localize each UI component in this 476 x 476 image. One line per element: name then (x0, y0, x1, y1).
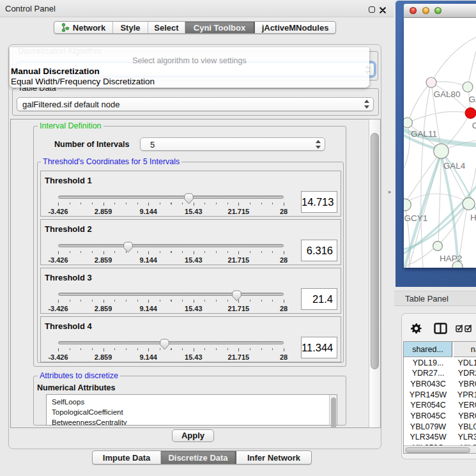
threshold-3-slider-track[interactable] (58, 293, 284, 296)
gear-icon[interactable] (411, 323, 422, 334)
threshold-2-value-field[interactable]: 6.316 (301, 240, 337, 261)
threshold-2-slider-thumb[interactable] (123, 242, 134, 253)
column-header-name[interactable]: name (454, 342, 476, 357)
list-item-topologicalcoefficient[interactable]: TopologicalCoefficient (47, 407, 337, 417)
node-hap2[interactable] (433, 242, 443, 251)
threshold-1-slider-track[interactable] (58, 196, 284, 199)
cell-name: YBR043C (453, 379, 476, 390)
interval-definition-group-label: Interval Definition (38, 122, 104, 130)
threshold-1-value-field[interactable]: 14.713 (301, 191, 337, 213)
tick-label: 9.144 (139, 256, 157, 264)
node-gal4[interactable] (434, 144, 449, 158)
application-window: Control Panel Network Style Select Cyni … (0, 0, 476, 476)
table-row[interactable]: YPR145W YPR145W (404, 389, 476, 400)
tick-label: 2.859 (95, 208, 112, 215)
node-gcy1[interactable] (404, 199, 411, 211)
tick-label: 9.144 (139, 208, 157, 215)
horizontal-scrollbar[interactable] (404, 445, 476, 454)
threshold-1-label: Threshold 1 (45, 176, 92, 185)
tab-jactivemnodules[interactable]: jActiveMNodules (254, 22, 335, 33)
minimize-traffic-light[interactable] (422, 7, 429, 14)
tab-cyni-toolbox[interactable]: Cyni Toolbox (185, 22, 254, 33)
tab-select[interactable]: Select (148, 22, 185, 33)
split-columns-icon[interactable] (434, 323, 447, 334)
table-data-combobox-value: galFiltered.sif default node (22, 100, 119, 109)
threshold-4-value-field[interactable]: 11.344 (301, 337, 337, 358)
close-traffic-light[interactable] (410, 7, 417, 14)
attributes-list-scrollbar-thumb[interactable] (331, 397, 336, 428)
cell-shared-name: YBL079W (404, 421, 452, 432)
checkbox-checked-icon[interactable] (456, 324, 463, 332)
tab-discretize-data[interactable]: Discretize Data (161, 451, 236, 464)
node-selected-red[interactable] (465, 108, 476, 119)
tab-network[interactable]: Network (54, 22, 113, 33)
node-label-c: C (472, 121, 476, 130)
tab-style[interactable]: Style (113, 22, 148, 33)
cell-shared-name: YBR045C (404, 411, 452, 422)
control-panel-title: Control Panel (5, 4, 56, 13)
table-row[interactable]: YDR27... YDR277C (404, 368, 476, 379)
tick-label: 21.715 (228, 256, 250, 264)
threshold-2-slider-track[interactable] (58, 244, 284, 248)
close-icon[interactable] (380, 7, 386, 13)
network-window-titlebar[interactable] (404, 4, 476, 18)
threshold-3-label: Threshold 3 (45, 273, 92, 282)
node-h[interactable] (463, 197, 475, 210)
node-gal11[interactable] (404, 118, 413, 128)
number-of-intervals-combobox[interactable]: 5 (140, 137, 325, 151)
column-header-shared-name[interactable]: shared... (404, 342, 452, 357)
threshold-1-slider-thumb[interactable] (183, 193, 194, 204)
threshold-4-slider-thumb[interactable] (159, 339, 170, 350)
tab-infer-network[interactable]: Infer Network (236, 451, 311, 464)
threshold-1-slider-ticks (58, 203, 284, 206)
table-row[interactable]: YBL079W YBL079W (404, 421, 476, 432)
table-row[interactable]: YBR045C YBR045C (404, 411, 476, 422)
float-window-icon[interactable] (369, 6, 375, 13)
tick-label: 28 (280, 208, 288, 215)
cell-shared-name: YLR345W (404, 432, 452, 443)
tick-label: 2.859 (95, 353, 112, 361)
divider-collapse-icon[interactable]: ▸ (388, 188, 394, 195)
threshold-3-value-field[interactable]: 21.4 (301, 288, 337, 310)
tick-label: 21.715 (228, 305, 250, 312)
thresholds-group-label: Threshold's Coordinates for 5 Intervals (41, 158, 181, 165)
apply-button[interactable]: Apply (172, 429, 214, 442)
tab-style-label: Style (120, 23, 140, 33)
threshold-3-slider-thumb[interactable] (231, 290, 242, 302)
vertical-scrollbar-thumb[interactable] (371, 133, 379, 369)
cell-name: YER054C (453, 400, 476, 411)
table-row[interactable]: YLR345W YLR345W (404, 432, 476, 443)
dropdown-prompt-item[interactable]: Select algorithm to view settings (10, 56, 369, 65)
numerical-attributes-label: Numerical Attributes (37, 383, 115, 392)
node-label-hap2: HAP2 (440, 254, 462, 263)
table-row[interactable]: YBR043C YBR043C (404, 379, 476, 390)
table-data-combobox[interactable]: galFiltered.sif default node (17, 97, 374, 111)
node-label-h: H (470, 213, 476, 222)
checkbox-checked-icon[interactable] (464, 324, 472, 332)
threshold-4-slider-track[interactable] (58, 341, 284, 345)
node-gal80[interactable] (426, 77, 436, 88)
list-item-betweennesscentrality[interactable]: BetweennessCentrality (47, 417, 337, 426)
cell-name: YBL079W (453, 421, 476, 432)
threshold-3-slider-ticks (58, 300, 284, 303)
dropdown-option-manual-discretization[interactable]: Manual Discretization (11, 66, 100, 76)
list-item-selfloops[interactable]: SelfLoops (47, 397, 337, 407)
threshold-2-label: Threshold 2 (45, 224, 92, 234)
table-row[interactable]: YDL19... YDL194W (404, 358, 476, 369)
node-gal3[interactable] (463, 82, 473, 92)
algorithm-dropdown-popup: Select algorithm to view settings Manual… (10, 47, 369, 88)
network-view-canvas[interactable]: GAL80 GA C GAL11 GAL4 GCY1 H HAP2 (404, 18, 476, 268)
zoom-traffic-light[interactable] (434, 7, 441, 14)
threshold-2-box: Threshold 2 -3.426 2.859 9.144 15.43 21.… (40, 219, 341, 265)
tab-impute-data[interactable]: Impute Data (93, 451, 161, 464)
node-label-gal80: GAL80 (434, 89, 461, 99)
threshold-4-label: Threshold 4 (45, 321, 92, 331)
table-row[interactable]: YER054C YER054C (404, 400, 476, 411)
control-panel-tabbar: Network Style Select Cyni Toolbox jActiv… (54, 21, 336, 34)
tab-infer-network-label: Infer Network (247, 453, 300, 463)
cell-shared-name: YBR043C (404, 379, 452, 390)
horizontal-scrollbar-thumb[interactable] (405, 447, 470, 453)
threshold-4-slider-ticks (58, 348, 284, 352)
cell-shared-name: YDL19... (404, 358, 452, 369)
dropdown-option-equal-width[interactable]: Equal Width/Frequency Discretization (11, 77, 155, 86)
